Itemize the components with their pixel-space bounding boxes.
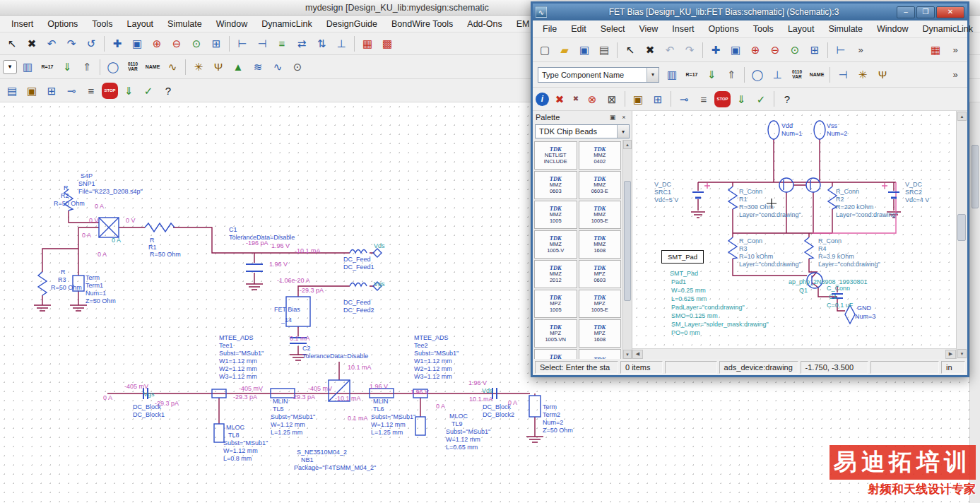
menu-tools[interactable]: Tools	[746, 22, 781, 36]
port-icon[interactable]: ◯	[748, 66, 767, 84]
name-icon[interactable]: NAME	[808, 66, 826, 84]
zoom-out-icon[interactable]: ⊖	[766, 41, 784, 59]
menu-insert[interactable]: Insert	[665, 22, 701, 36]
plot-icon[interactable]: ▥	[18, 58, 37, 76]
component-name-value[interactable]: Type Component Name	[538, 71, 647, 79]
help-icon[interactable]: ?	[778, 90, 796, 108]
undo-icon[interactable]: ↶	[42, 35, 61, 53]
wire-icon[interactable]: ∿	[163, 58, 182, 76]
palette-item-mpz-1608[interactable]: TDKMPZ1608	[579, 319, 622, 348]
layers-icon[interactable]: ▤	[3, 81, 21, 100]
fet-bias-schematic-canvas[interactable]: VddNum=1VssNum=2V_DCSRC1Vdc=5 VR_ConnR1R…	[632, 111, 956, 359]
menu-select[interactable]: Select	[594, 22, 632, 36]
search-icon[interactable]: ⊙	[288, 58, 307, 76]
palette-item-netlist-include[interactable]: TDKNETLISTINCLUDE	[534, 141, 577, 170]
fet-bias-horizontal-scrollbar[interactable]: ◀ ▶	[632, 348, 956, 359]
menu-dynamiclink[interactable]: DynamicLink	[916, 22, 980, 36]
up-arrow-icon[interactable]: ▲	[229, 58, 247, 76]
palette-item-mmz-0402[interactable]: TDKMMZ0402	[579, 141, 622, 170]
palette-item-mpz-0603[interactable]: TDKMPZ0603	[579, 260, 622, 288]
plot-icon[interactable]: ▥	[663, 66, 681, 84]
palette-scrollbar-slider[interactable]	[624, 181, 631, 301]
deactivate-small-icon[interactable]: ✖	[570, 90, 581, 108]
menu-options[interactable]: Options	[40, 17, 85, 31]
menu-designguide[interactable]: DesignGuide	[319, 17, 384, 31]
palette-item-mmz-0603[interactable]: TDKMMZ0603	[534, 171, 577, 199]
menu-simulate[interactable]: Simulate	[821, 22, 870, 36]
info-icon[interactable]: i	[536, 93, 549, 106]
maximize-button[interactable]: ❐	[916, 6, 935, 18]
menu-add-ons[interactable]: Add-Ons	[460, 17, 509, 31]
new-file-icon[interactable]: ▢	[536, 41, 554, 59]
waveform-icon[interactable]: ∿	[268, 58, 287, 76]
main-scrollbar-slider[interactable]	[972, 145, 979, 208]
print-icon[interactable]: ▤	[595, 41, 613, 59]
palette-item-hf70acc[interactable]: TDKHF70ACC	[579, 349, 622, 359]
pan-icon[interactable]: ⊞	[207, 35, 225, 53]
move-tool-icon[interactable]: ✚	[707, 41, 725, 59]
scroll-left-icon[interactable]: ◀	[632, 350, 643, 359]
palette-library-dropdown[interactable]: TDK Chip Beads ▾	[535, 124, 630, 138]
close-button[interactable]: ✕	[936, 6, 964, 18]
repeat-icon[interactable]: ↺	[82, 35, 100, 53]
palette-float-icon[interactable]: ▣	[608, 112, 618, 122]
ground-icon[interactable]: ⊥	[332, 35, 350, 53]
rotate-item-icon[interactable]: ⇄	[293, 35, 311, 53]
redo-icon[interactable]: ↷	[62, 35, 81, 53]
palette-item-mmz-1608[interactable]: TDKMMZ1608	[579, 230, 622, 259]
import-icon[interactable]: ⇓	[702, 66, 721, 84]
em-setup-icon[interactable]: ▦	[358, 35, 377, 53]
menu-bondwire-tools[interactable]: BondWire Tools	[384, 17, 460, 31]
em-matrix-icon[interactable]: ▦	[926, 41, 945, 59]
menu-options[interactable]: Options	[702, 22, 746, 36]
palette-scroll-up-icon[interactable]: ▲	[623, 140, 632, 149]
export-icon[interactable]: ⇑	[78, 58, 96, 76]
zoom-area-icon[interactable]: ▣	[726, 41, 745, 59]
palette-item-mpz-1005-e[interactable]: TDKMPZ1005-E	[579, 290, 622, 318]
palette-item-mpz-1005-vn[interactable]: TDKMPZ1005-VN	[534, 319, 577, 348]
menu-edit[interactable]: Edit	[564, 22, 594, 36]
netlist-icon[interactable]: ≡	[82, 81, 100, 100]
menu-dynamiclink[interactable]: DynamicLink	[254, 17, 319, 31]
help-icon[interactable]: ?	[159, 81, 177, 100]
zoom-in-icon[interactable]: ⊕	[148, 35, 166, 53]
pointer-tool-icon[interactable]: ↖	[3, 35, 21, 53]
palette-dropdown-arrow[interactable]: ▾	[617, 125, 629, 138]
move-tool-icon[interactable]: ✚	[108, 35, 126, 53]
palette-item-mmz-2012[interactable]: TDKMMZ2012	[534, 260, 577, 288]
menu-layout[interactable]: Layout	[120, 17, 161, 31]
short-icon[interactable]: ⊠	[603, 90, 621, 108]
gear-icon[interactable]: ✳	[854, 66, 872, 84]
menu-layout[interactable]: Layout	[781, 22, 822, 36]
insert-pin-icon[interactable]: ⊣	[253, 35, 271, 53]
menu-window[interactable]: Window	[209, 17, 254, 31]
port-icon[interactable]: ◯	[104, 58, 122, 76]
palette-scrollbar[interactable]: ▲ ▼	[622, 140, 632, 359]
wire-pin-icon[interactable]: ⊸	[675, 90, 693, 108]
import-icon[interactable]: ⇓	[58, 58, 76, 76]
palette-close-icon[interactable]: ×	[619, 112, 629, 122]
fet-bias-scrollbar-slider[interactable]	[957, 214, 966, 241]
undo-icon[interactable]: ↶	[661, 41, 679, 59]
overflow-chevron-icon[interactable]: »	[946, 66, 964, 84]
menu-file[interactable]: File	[536, 22, 564, 36]
zoom-out-icon[interactable]: ⊖	[167, 35, 186, 53]
mirror-item-icon[interactable]: ⇅	[312, 35, 331, 53]
var-icon[interactable]: 0110 VAR	[788, 66, 806, 84]
tune-icon[interactable]: ⇓	[119, 81, 138, 100]
deactivate-icon[interactable]: ✖	[550, 90, 569, 108]
check-icon[interactable]: ✓	[752, 90, 770, 108]
stop-icon[interactable]: STOP	[714, 91, 731, 107]
paste-icon[interactable]: ▣	[23, 81, 41, 100]
component-r17-icon[interactable]: R=17	[38, 58, 57, 76]
open-folder-icon[interactable]: ▰	[555, 41, 574, 59]
zoom-fit-icon[interactable]: ⊙	[786, 41, 804, 59]
pointer-tool-icon[interactable]: ↖	[621, 41, 639, 59]
combobox-dropdown-arrow[interactable]: ▾	[647, 68, 659, 82]
menu-tools[interactable]: Tools	[85, 17, 119, 31]
palette-item-mmz-1005-v[interactable]: TDKMMZ1005-V	[534, 230, 577, 259]
delete-icon[interactable]: ✖	[23, 35, 41, 53]
paste-icon[interactable]: ▣	[629, 90, 647, 108]
zoom-fit-icon[interactable]: ⊙	[187, 35, 206, 53]
insert-pin-icon[interactable]: ⊣	[834, 66, 852, 84]
